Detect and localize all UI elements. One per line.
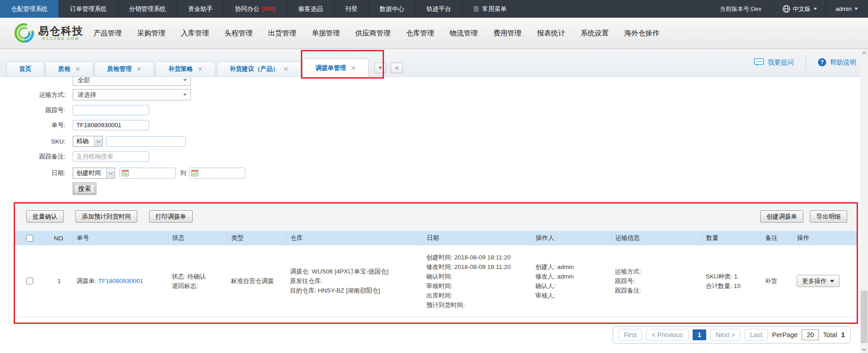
- user-menu[interactable]: admin: [825, 0, 868, 18]
- current-page-button[interactable]: 1: [693, 329, 706, 340]
- nav-item-purchase[interactable]: 采购管理: [137, 29, 165, 38]
- close-icon[interactable]: [283, 66, 289, 72]
- nav-item-inbound[interactable]: 入库管理: [181, 29, 209, 38]
- help-link[interactable]: 帮助说明: [818, 58, 856, 67]
- scrollbar-thumb[interactable]: [861, 291, 868, 343]
- close-icon[interactable]: [75, 66, 80, 72]
- chevron-down-icon: [862, 346, 867, 351]
- vertical-scrollbar[interactable]: [860, 49, 868, 353]
- topbar-right-cluster: 当前版本号:Dev 中文版 admin: [720, 0, 868, 18]
- chevron-down-icon: [109, 170, 113, 175]
- header-qty: 数量: [702, 231, 761, 245]
- brand-logo[interactable]: 易仓科技 ECCANG.COM: [14, 23, 84, 44]
- select-all-checkbox[interactable]: [26, 235, 33, 242]
- nav-item-supplier[interactable]: 供应商管理: [355, 29, 391, 38]
- tab-replenish-suggestion[interactable]: 补货建议（产品）: [217, 61, 301, 76]
- nav-item-settings[interactable]: 系统设置: [581, 29, 609, 38]
- table-header-row: NO. 单号 状态 类型 仓库 日期 操作人 运输信息 数量 备注 操作: [14, 231, 858, 245]
- system-menu-funds[interactable]: 资金助手: [177, 0, 224, 18]
- tab-qc-management[interactable]: 质检管理: [95, 61, 155, 76]
- system-menu-collaboration[interactable]: 协同办公(999): [224, 0, 288, 18]
- close-icon[interactable]: [350, 65, 356, 71]
- tab-close-all-button[interactable]: [391, 63, 403, 73]
- system-menu-warehouse[interactable]: 仓配管理系统: [0, 0, 59, 18]
- first-page-button[interactable]: First: [619, 329, 642, 341]
- tab-qc[interactable]: 质检: [45, 61, 93, 76]
- date-to-input[interactable]: [189, 168, 245, 179]
- print-transfer-order-button[interactable]: 打印调拨单: [149, 210, 193, 223]
- export-detail-button[interactable]: 导出明细: [810, 210, 847, 223]
- globe-icon: [783, 5, 790, 13]
- close-icon[interactable]: [136, 66, 142, 72]
- nav-item-reports[interactable]: 报表统计: [537, 29, 565, 38]
- language-label: 中文版: [793, 5, 811, 13]
- perpage-input[interactable]: [802, 329, 819, 340]
- header-no: NO.: [45, 231, 73, 245]
- scroll-up-button[interactable]: [860, 49, 868, 57]
- sku-input[interactable]: [106, 136, 186, 147]
- system-menu-listing[interactable]: 刊登: [334, 0, 369, 18]
- create-transfer-order-button[interactable]: 创建调拨单: [760, 210, 804, 223]
- date-from-input[interactable]: [120, 168, 176, 179]
- transfer-order-link[interactable]: TF18080930001: [98, 278, 143, 284]
- hamburger-menu-icon: [474, 5, 479, 13]
- chevron-down-icon: [96, 139, 101, 143]
- add-eta-button[interactable]: 添加预计到货时间: [75, 210, 137, 223]
- system-menu-order[interactable]: 订单管理系统: [59, 0, 118, 18]
- header-transport-info: 运输信息: [611, 231, 702, 245]
- close-icon[interactable]: [197, 66, 203, 72]
- row-qty-cell: SKU种类: 1 合计数量: 10: [702, 272, 761, 291]
- date-to-label: 到: [180, 169, 186, 177]
- nav-item-product[interactable]: 产品管理: [94, 29, 122, 38]
- tab-transfer-order-management[interactable]: 调拨单管理: [303, 59, 369, 77]
- main-navigation-bar: 易仓科技 ECCANG.COM 产品管理 采购管理 入库管理 头程管理 出货管理…: [0, 18, 868, 49]
- system-menu-geek-picks[interactable]: 极客选品: [288, 0, 334, 18]
- row-no: 1: [45, 276, 73, 286]
- row-checkbox[interactable]: [26, 278, 33, 284]
- last-page-button[interactable]: Last: [744, 329, 768, 341]
- ask-question-link[interactable]: 我要提问: [754, 58, 794, 67]
- language-switcher[interactable]: 中文版: [774, 0, 825, 18]
- system-menu-distribution[interactable]: 分销管理系统: [118, 0, 177, 18]
- version-label: 当前版本号:Dev: [720, 5, 762, 13]
- batch-confirm-button[interactable]: 批量确认: [26, 210, 64, 223]
- form-row-tracking: 跟踪号:: [0, 105, 149, 115]
- next-page-button[interactable]: Next >: [710, 329, 740, 341]
- sku-label: SKU:: [0, 138, 69, 145]
- nav-item-logistics[interactable]: 物流管理: [450, 29, 478, 38]
- nav-item-warehouse[interactable]: 仓库管理: [406, 29, 434, 38]
- tab-list-dropdown-button[interactable]: [374, 63, 386, 73]
- grid-toolbar: 批量确认 添加预计到货时间 打印调拨单 创建调拨单 导出明细: [14, 202, 858, 231]
- scroll-down-button[interactable]: [860, 345, 868, 353]
- date-type-select[interactable]: 创建时间: [73, 168, 115, 179]
- nav-item-first-leg[interactable]: 头程管理: [224, 29, 253, 38]
- transport-select[interactable]: 请选择: [73, 89, 191, 100]
- form-row-orderno: 单号:: [0, 120, 149, 130]
- header-remark: 备注: [761, 231, 793, 245]
- sku-mode-select[interactable]: 精确: [73, 136, 103, 147]
- tracking-note-input[interactable]: [73, 151, 149, 162]
- tab-home[interactable]: 首页: [6, 61, 44, 76]
- nav-item-overseas[interactable]: 海外仓操作: [624, 29, 660, 38]
- chevron-down-icon: [813, 8, 817, 10]
- nav-item-expense[interactable]: 费用管理: [494, 29, 522, 38]
- system-menu-tracking[interactable]: 轨迹平台: [416, 0, 463, 18]
- select-arrow: [106, 168, 115, 178]
- more-actions-button[interactable]: 更多操作: [797, 275, 840, 287]
- nav-item-documents[interactable]: 单据管理: [312, 29, 340, 38]
- system-menu-common[interactable]: 常用菜单: [463, 0, 519, 18]
- search-button[interactable]: 搜索: [73, 183, 96, 195]
- brand-name: 易仓科技: [38, 25, 84, 36]
- nav-item-outbound[interactable]: 出货管理: [268, 29, 296, 38]
- orderno-input[interactable]: [73, 120, 149, 130]
- tab-replenish-strategy[interactable]: 补货策略: [155, 61, 215, 76]
- chat-bubble-icon: [754, 58, 764, 66]
- header-action: 操作: [793, 231, 857, 245]
- prev-page-button[interactable]: < Previous: [646, 329, 688, 341]
- form-row-tracking-note: 跟踪备注:: [0, 151, 149, 162]
- top-system-bar: 仓配管理系统 订单管理系统 分销管理系统 资金助手 协同办公(999) 极客选品…: [0, 0, 868, 18]
- tracking-input[interactable]: [73, 105, 149, 115]
- system-menu-data-center[interactable]: 数据中心: [369, 0, 416, 18]
- pagination-bar: First < Previous 1 Next > Last PerPage T…: [613, 326, 851, 343]
- transport-label: 运输方式:: [0, 91, 69, 99]
